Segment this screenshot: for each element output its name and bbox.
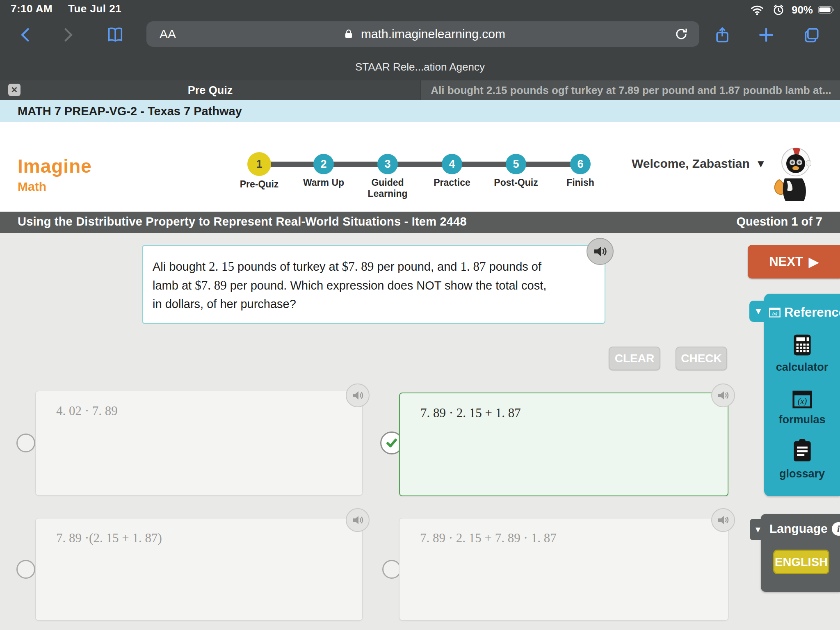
question-text-segment: in dollars, of her purchase? bbox=[153, 297, 296, 310]
clear-button[interactable]: CLEAR bbox=[609, 347, 660, 370]
answer-option-card[interactable]: 7. 89 · 2. 15 + 1. 87 bbox=[399, 393, 728, 496]
step-number[interactable]: 5 bbox=[506, 154, 526, 174]
new-tab-button[interactable] bbox=[757, 25, 776, 44]
option-radio[interactable] bbox=[382, 560, 401, 579]
reference-item-label[interactable]: glossary bbox=[764, 468, 840, 480]
alarm-icon bbox=[770, 2, 787, 18]
lesson-title: Using the Distributive Property to Repre… bbox=[18, 215, 467, 228]
language-english-label: ENGLISH bbox=[775, 555, 828, 569]
option-radio[interactable] bbox=[16, 560, 35, 579]
check-button[interactable]: CHECK bbox=[676, 347, 727, 370]
option-audio-button[interactable] bbox=[346, 383, 370, 407]
step-number[interactable]: 2 bbox=[313, 154, 334, 174]
avatar[interactable] bbox=[770, 144, 811, 205]
url-bar[interactable]: AA math.imaginelearning.com bbox=[146, 21, 699, 47]
step-label: Guided Learning bbox=[353, 177, 422, 199]
wifi-icon bbox=[749, 2, 765, 18]
question-audio-button[interactable] bbox=[587, 238, 614, 265]
answer-option-card[interactable]: 7. 89 · 2. 15 + 7. 89 · 1. 87 bbox=[399, 518, 728, 621]
option-audio-button[interactable] bbox=[711, 383, 735, 407]
question-text-segment: per pound, and bbox=[374, 260, 460, 273]
question-math-value: $7. 89 bbox=[195, 278, 227, 292]
question-text: Ali bought 2. 15 pounds of turkey at $7.… bbox=[153, 257, 596, 313]
step-label: Warm Up bbox=[289, 177, 358, 188]
option-radio[interactable] bbox=[16, 434, 35, 452]
reference-collapse-button[interactable]: ▼ bbox=[749, 301, 767, 322]
imagine-logo-math: Math bbox=[18, 180, 46, 194]
imagine-logo: Imagine bbox=[18, 155, 92, 177]
step-number[interactable]: 4 bbox=[442, 154, 462, 174]
language-title: Language bbox=[769, 522, 828, 536]
status-time-date: 7:10 AM Tue Jul 21 bbox=[11, 2, 121, 15]
status-date: Tue Jul 21 bbox=[68, 2, 121, 15]
progress-step-pre-quiz: 1Pre-Quiz bbox=[224, 154, 294, 190]
language-header: Language i bbox=[769, 522, 840, 536]
forward-button[interactable] bbox=[58, 25, 77, 44]
user-menu[interactable]: Welcome, Zabastian ▼ bbox=[632, 157, 766, 171]
reading-list-icon[interactable] bbox=[106, 25, 125, 44]
tab-pre-quiz[interactable]: ✕ Pre Quiz bbox=[0, 80, 420, 100]
reload-button[interactable] bbox=[673, 26, 689, 42]
share-button[interactable] bbox=[713, 25, 732, 44]
question-math-value: $7. 89 bbox=[342, 259, 374, 274]
browser-chrome: 7:10 AM Tue Jul 21 90% bbox=[0, 0, 840, 100]
course-banner: MATH 7 PREAP-VG-2 - Texas 7 Pathway bbox=[0, 100, 840, 122]
step-number[interactable]: 6 bbox=[570, 154, 591, 174]
progress-step-warm-up: 2Warm Up bbox=[289, 154, 358, 188]
option-expression: 7. 89 · 2. 15 + 7. 89 · 1. 87 bbox=[420, 531, 557, 546]
step-number[interactable]: 3 bbox=[377, 154, 398, 174]
option-audio-button[interactable] bbox=[711, 508, 735, 532]
step-label: Finish bbox=[546, 177, 615, 188]
lock-icon bbox=[340, 26, 357, 42]
question-text-segment: pounds of turkey at bbox=[234, 260, 342, 273]
step-label: Pre-Quiz bbox=[224, 179, 294, 190]
screen: 7:10 AM Tue Jul 21 90% bbox=[0, 0, 840, 630]
progress-step-guided-learning: 3Guided Learning bbox=[353, 154, 422, 199]
reference-item-label[interactable]: calculator bbox=[764, 361, 840, 374]
status-time: 7:10 AM bbox=[11, 2, 52, 15]
formulas-icon[interactable]: (x) bbox=[764, 388, 840, 411]
glossary-icon[interactable] bbox=[764, 438, 840, 463]
next-button[interactable]: NEXT ▶ bbox=[748, 245, 840, 278]
reference-item-label[interactable]: formulas bbox=[764, 413, 840, 426]
question-text-segment: pounds of bbox=[486, 260, 541, 273]
question-card: Ali bought 2. 15 pounds of turkey at $7.… bbox=[142, 245, 605, 324]
language-info-icon[interactable]: i bbox=[832, 522, 840, 536]
tab-bar: ✕ Pre Quiz Ali bought 2.15 pounds ogf tu… bbox=[0, 80, 840, 100]
next-arrow-icon: ▶ bbox=[809, 254, 819, 269]
lesson-title-bar: Using the Distributive Property to Repre… bbox=[0, 212, 840, 233]
tab-pre-quiz-label: Pre Quiz bbox=[188, 84, 233, 97]
close-tab-icon[interactable]: ✕ bbox=[8, 84, 21, 96]
check-button-label: CHECK bbox=[681, 352, 722, 365]
svg-text:(x): (x) bbox=[797, 397, 807, 406]
tabs-button[interactable] bbox=[802, 25, 821, 44]
battery-icon bbox=[818, 2, 834, 18]
language-english-button[interactable]: ENGLISH bbox=[773, 550, 829, 574]
course-banner-label: MATH 7 PREAP-VG-2 - Texas 7 Pathway bbox=[18, 105, 242, 118]
question-counter: Question 1 of 7 bbox=[737, 215, 822, 228]
tab-question-preview[interactable]: Ali bought 2.15 pounds ogf turkey at 7.8… bbox=[420, 80, 840, 100]
welcome-label: Welcome, Zabastian bbox=[632, 157, 750, 171]
option-audio-button[interactable] bbox=[346, 508, 370, 532]
progress-step-practice: 4Practice bbox=[417, 154, 487, 188]
back-button[interactable] bbox=[16, 25, 35, 44]
language-caret-icon: ▼ bbox=[754, 525, 762, 534]
battery-percent: 90% bbox=[792, 4, 813, 16]
language-collapse-button[interactable]: ▼ bbox=[750, 519, 766, 540]
svg-text:(x): (x) bbox=[772, 311, 777, 316]
clear-button-label: CLEAR bbox=[615, 352, 654, 365]
tab-question-preview-label: Ali bought 2.15 pounds ogf turkey at 7.8… bbox=[431, 84, 831, 97]
answer-option-card[interactable]: 4. 02 · 7. 89 bbox=[35, 391, 363, 495]
reference-header: (x) Reference bbox=[768, 305, 840, 320]
step-label: Post-Quiz bbox=[481, 177, 551, 188]
app-header: Imagine Math Welcome, Zabastian ▼ 1Pre-Q… bbox=[0, 122, 840, 212]
calculator-icon[interactable] bbox=[764, 333, 840, 357]
next-button-label: NEXT bbox=[769, 254, 803, 269]
question-math-value: 2. 15 bbox=[209, 259, 234, 274]
progress-step-finish: 6Finish bbox=[546, 154, 615, 188]
answer-option-card[interactable]: 7. 89 ·(2. 15 + 1. 87) bbox=[35, 518, 363, 621]
question-text-segment: lamb at bbox=[153, 279, 195, 292]
status-bar: 7:10 AM Tue Jul 21 90% bbox=[0, 0, 840, 16]
option-expression: 7. 89 · 2. 15 + 1. 87 bbox=[420, 406, 521, 420]
step-number[interactable]: 1 bbox=[247, 152, 271, 176]
